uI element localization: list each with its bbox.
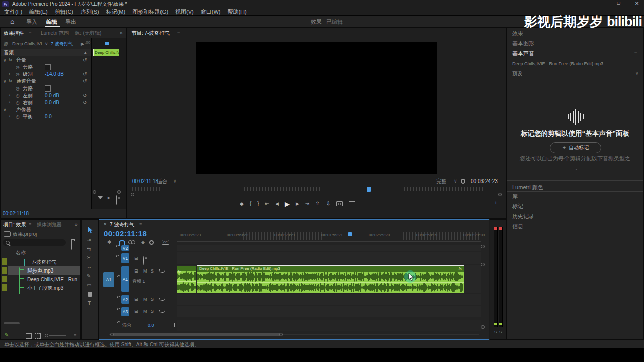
track-v2-button[interactable]: V2 — [121, 245, 129, 251]
search-input[interactable] — [3, 239, 66, 246]
ecp-row-panner[interactable]: ∨ 声像器 — [1, 106, 91, 113]
tab-timeline-sequence[interactable]: 7-波奇打气 — [110, 222, 134, 227]
section-essential-graphics[interactable]: 基本图形 — [507, 38, 643, 48]
mark-out-icon[interactable]: } — [257, 201, 259, 206]
playback-quality-dropdown[interactable]: 完整 — [436, 179, 446, 184]
track-v1-eye-icon[interactable] — [143, 256, 144, 265]
twirl-icon[interactable]: ∨ — [3, 58, 7, 63]
fx-filter-icon[interactable] — [98, 196, 103, 199]
compare-view-icon[interactable] — [349, 201, 355, 206]
menu-edit[interactable]: 编辑(E) — [29, 9, 48, 15]
mark-in-icon[interactable]: { — [250, 201, 251, 206]
menu-help[interactable]: 帮助(H) — [227, 9, 246, 15]
program-scroll-end[interactable] — [498, 193, 502, 196]
menu-sequence[interactable]: 序列(S) — [80, 9, 99, 15]
clip-indicator-left[interactable] — [494, 227, 497, 230]
ecp-mini-clip[interactable]: Deep Chills,IVIE — [93, 49, 119, 56]
type-tool[interactable]: T — [88, 301, 91, 306]
label-color-chip[interactable] — [2, 284, 7, 291]
tab-lumetri-scopes[interactable]: Lumetri 范围 — [41, 31, 69, 36]
track-select-forward-tool[interactable]: ⇥ — [87, 238, 91, 243]
freeform-view-icon[interactable] — [35, 333, 41, 339]
menu-window[interactable]: 窗口(W) — [201, 9, 221, 15]
bypass-checkbox[interactable] — [45, 85, 51, 92]
track-v2-content[interactable] — [177, 245, 481, 251]
ecp-row-bypass1[interactable]: ◷ 旁路 — [1, 64, 91, 71]
audio-clip-partial[interactable]: fx — [177, 266, 196, 293]
reset-icon[interactable]: ↺ — [83, 72, 87, 77]
writable-pencil-icon[interactable]: ✎ — [5, 333, 9, 338]
ecp-mini-scroll-start[interactable] — [93, 190, 96, 194]
menu-graphics[interactable]: 图形和标题(G) — [132, 9, 168, 15]
solo-left-button[interactable]: S — [494, 330, 497, 334]
goto-in-icon[interactable]: ⇤ — [265, 201, 269, 206]
solo-button[interactable]: S — [151, 269, 154, 274]
project-item-audio[interactable]: Deep Chills,IVIE - Run Fre — [1, 275, 80, 283]
reset-icon[interactable]: ↺ — [83, 79, 87, 84]
track-v1-content[interactable] — [177, 252, 481, 264]
rectangle-tool[interactable]: ▭ — [87, 283, 91, 288]
timeline-hscroll-left-handle[interactable] — [110, 333, 114, 336]
effect-controls-panel-menu-icon[interactable]: ≡ — [29, 31, 32, 36]
timeline-close-icon[interactable]: ✕ — [103, 222, 107, 227]
zoom-fit-chevron-icon[interactable]: ∨ — [173, 179, 177, 184]
tab-edit[interactable]: 编辑 — [46, 19, 57, 25]
label-color-chip[interactable] — [2, 258, 7, 265]
sync-lock-icon[interactable]: ⊟ — [134, 256, 138, 261]
essential-sound-panel-menu-icon[interactable]: ≡ — [634, 51, 637, 56]
ripple-edit-tool[interactable]: ⇆ — [87, 247, 91, 252]
reset-icon[interactable]: ↺ — [83, 100, 87, 105]
master-track-content[interactable] — [177, 320, 481, 331]
tab-program-monitor[interactable]: 节目: 7-波奇打气 — [132, 31, 169, 36]
minimize-button[interactable]: – — [598, 1, 601, 6]
project-item-sequence[interactable]: 7-波奇打气 — [1, 258, 80, 266]
step-forward-icon[interactable]: ▶ — [296, 202, 299, 206]
ecp-mini-ruler[interactable] — [92, 42, 126, 46]
ecp-row-right[interactable]: › ◷ 右侧 0.0 dB ↺ — [1, 99, 91, 106]
zoom-slider-handle[interactable] — [45, 334, 48, 337]
new-bin-folder-icon[interactable] — [71, 240, 72, 250]
label-color-chip[interactable] — [2, 267, 7, 274]
workspace-name[interactable]: 效果 — [311, 19, 322, 25]
stopwatch-icon[interactable]: ◷ — [16, 101, 20, 105]
menu-clip[interactable]: 剪辑(C) — [55, 9, 73, 15]
menu-file[interactable]: 文件(F) — [4, 9, 22, 15]
step-back-icon[interactable]: ◀ — [275, 202, 279, 206]
reset-icon[interactable]: ↺ — [83, 58, 87, 63]
program-scroll-start[interactable] — [131, 193, 134, 196]
section-essential-sound[interactable]: 基本声音 ≡ — [507, 48, 643, 58]
mute-button[interactable]: M — [143, 297, 147, 302]
mute-button[interactable]: M — [143, 269, 147, 274]
tab-media-browser[interactable]: 媒体浏览器 — [37, 222, 62, 227]
zoom-fit-dropdown[interactable]: 适合 — [157, 179, 167, 184]
add-marker-icon[interactable]: ◆ — [141, 240, 145, 245]
nest-sequence-icon[interactable]: ✱ — [107, 240, 111, 245]
timeline-hscroll-right-handle[interactable] — [279, 333, 283, 336]
section-history[interactable]: 历史记录 — [507, 211, 643, 221]
timeline-vscroll-bottom-handle[interactable] — [481, 325, 485, 329]
program-playhead-marker[interactable] — [367, 187, 371, 192]
play-audio-icon[interactable]: ► — [107, 196, 111, 200]
timeline-vscroll-mid-handle[interactable] — [481, 263, 485, 266]
close-button[interactable]: ✕ — [635, 1, 639, 6]
ecp-source-clip-label[interactable]: 源 · Deep Chills,IVI... — [4, 42, 46, 46]
left-value[interactable]: 0.0 dB — [45, 93, 59, 98]
program-timecode[interactable]: 00:02:11:18 — [132, 179, 158, 184]
mute-button[interactable]: M — [143, 309, 147, 314]
project-tab-overflow-icon[interactable]: » — [75, 222, 78, 227]
expand-icon[interactable]: › — [9, 72, 10, 76]
tab-import[interactable]: 导入 — [26, 19, 37, 25]
slip-tool[interactable]: ↔ — [87, 264, 92, 269]
timeline-playhead-line[interactable] — [350, 233, 350, 331]
ecp-mini-playhead-marker[interactable] — [105, 42, 109, 45]
play-button-icon[interactable]: ▶ — [285, 201, 290, 207]
audio-clip-title-bar[interactable]: Deep Chills,IVIE - Run Free (Radio Edit)… — [197, 266, 464, 272]
bypass-checkbox[interactable] — [45, 64, 51, 70]
project-hscrollbar[interactable] — [4, 322, 20, 324]
timeline-panel-menu-icon[interactable]: ≡ — [139, 222, 142, 227]
tab-project[interactable]: 项目: 效果 — [3, 222, 26, 227]
tab-overflow-icon[interactable]: » — [120, 31, 123, 36]
timeline-vscroll-top-handle[interactable] — [481, 245, 485, 248]
zoom-slider-track[interactable] — [49, 335, 66, 336]
export-frame-icon[interactable] — [336, 201, 343, 206]
